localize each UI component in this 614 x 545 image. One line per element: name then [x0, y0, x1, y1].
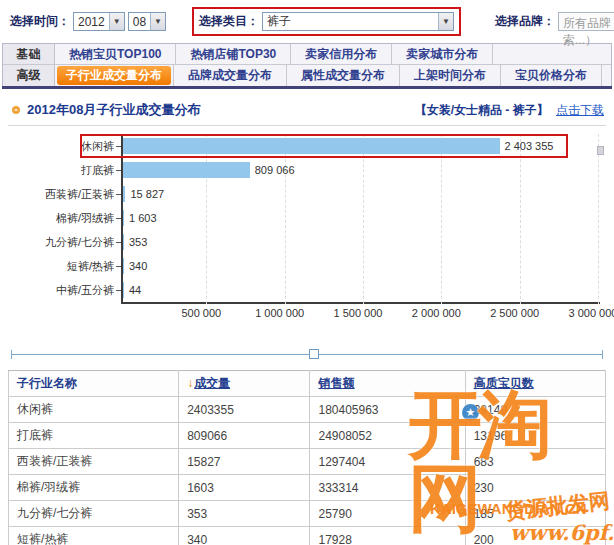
bar-plot-cell: 340	[121, 254, 606, 278]
year-select-value: 2012	[78, 15, 109, 29]
bar-value-label: 1 603	[129, 212, 157, 224]
tab-属性成交量分布[interactable]: 属性成交量分布	[287, 65, 400, 86]
tab-卖家信用分布[interactable]: 卖家信用分布	[291, 44, 392, 64]
sub-industry-table: 子行业名称 ↓成交量 销售额 高质宝贝数 休闲裤2403355180405963…	[8, 370, 606, 545]
table-cell: 17928	[310, 527, 465, 545]
bar-category-label: 西装裤/正装裤	[8, 187, 114, 202]
bar-休闲裤[interactable]	[123, 138, 500, 154]
chart-row: 短裤/热裤340	[8, 254, 606, 278]
bar-value-label: 340	[129, 260, 147, 272]
table-cell: 15827	[179, 449, 310, 475]
chart-corner-handle	[597, 146, 604, 155]
bar-打底裤[interactable]	[123, 162, 250, 178]
slider-track[interactable]	[11, 354, 603, 355]
bar-棉裤/羽绒裤[interactable]	[123, 210, 124, 226]
category-filter-highlight-box: 选择类目： 裤子 ▼	[192, 7, 461, 36]
chart-row: 休闲裤2 403 355	[8, 134, 606, 158]
table-cell: 休闲裤	[9, 397, 179, 423]
filter-bar: 选择时间： 2012 ▼ 08 ▼ 选择类目： 裤子 ▼ 选择品牌： 所有品牌（…	[0, 0, 614, 41]
table-row: 休闲裤240335518040596329149	[9, 397, 606, 423]
tab-上架时间分布[interactable]: 上架时间分布	[400, 65, 501, 86]
slider-right-cap	[602, 350, 603, 359]
chevron-down-icon[interactable]: ▼	[438, 13, 453, 30]
chevron-down-icon[interactable]: ▼	[150, 13, 165, 30]
x-tick-label: 3 000 000	[569, 307, 614, 319]
tab-热销店铺TOP30[interactable]: 热销店铺TOP30	[176, 44, 291, 64]
download-link[interactable]: 点击下载	[556, 103, 604, 117]
tab-子行业成交量分布[interactable]: 子行业成交量分布	[57, 66, 171, 85]
chart-row: 中裤/五分裤44	[8, 278, 606, 302]
report-panel: 2012年08月子行业成交量分布 【女装/女士精品 - 裤子】 点击下载 休闲裤…	[0, 89, 614, 545]
bar-category-label: 棉裤/羽绒裤	[8, 211, 114, 226]
bar-plot-cell: 1 603	[121, 206, 606, 230]
bar-value-label: 15 827	[130, 188, 164, 200]
tab-卖家城市分布[interactable]: 卖家城市分布	[392, 44, 493, 64]
table-cell: 180405963	[310, 397, 465, 423]
bullet-ring-icon	[12, 106, 20, 114]
table-row: 短裤/热裤34017928200	[9, 527, 606, 545]
slider-handle[interactable]	[309, 349, 319, 359]
table-cell: 230	[465, 475, 605, 501]
bar-category-label: 打底裤	[8, 163, 114, 178]
header-volume-sort[interactable]: ↓成交量	[179, 371, 310, 397]
tab-热销宝贝TOP100[interactable]: 热销宝贝TOP100	[55, 44, 176, 64]
year-select[interactable]: 2012 ▼	[73, 12, 125, 31]
x-axis-ticks: 500 0001 000 0001 500 0002 000 0002 500 …	[8, 304, 606, 320]
table-cell: 1603	[179, 475, 310, 501]
table-cell: 333314	[310, 475, 465, 501]
x-tick-label: 1 500 000	[334, 307, 383, 319]
table-cell: 2403355	[179, 397, 310, 423]
bar-plot-cell: 44	[121, 278, 606, 302]
table-row: 打底裤8090662490805213196	[9, 423, 606, 449]
panel-header-right: 【女装/女士精品 - 裤子】 点击下载	[415, 102, 604, 119]
chart-row: 打底裤809 066	[8, 158, 606, 182]
table-cell: 809066	[179, 423, 310, 449]
bar-plot-cell: 353	[121, 230, 606, 254]
brand-filter-label: 选择品牌：	[495, 13, 555, 30]
basic-group-label: 基础	[3, 44, 55, 64]
category-filter-label: 选择类目：	[199, 13, 259, 30]
brand-search-input[interactable]: 所有品牌（搜索...）	[558, 12, 614, 31]
bar-category-label: 九分裤/七分裤	[8, 235, 114, 250]
header-sales[interactable]: 销售额	[310, 371, 465, 397]
month-select[interactable]: 08 ▼	[128, 12, 166, 31]
bar-value-label: 44	[129, 284, 141, 296]
category-scope-label: 【女装/女士精品 - 裤子】	[415, 103, 549, 117]
table-cell: 13196	[465, 423, 605, 449]
header-quality-items[interactable]: 高质宝贝数	[465, 371, 605, 397]
bar-category-label: 中裤/五分裤	[8, 283, 114, 298]
category-select-value: 裤子	[267, 13, 438, 30]
bar-value-label: 353	[129, 236, 147, 248]
table-cell: 340	[179, 527, 310, 545]
advanced-tab-row: 高级 子行业成交量分布品牌成交量分布属性成交量分布上架时间分布宝贝价格分布	[3, 65, 611, 86]
bar-chart: 休闲裤2 403 355打底裤809 066西装裤/正装裤15 827棉裤/羽绒…	[8, 134, 606, 346]
basic-tab-row: 基础 热销宝贝TOP100热销店铺TOP30卖家信用分布卖家城市分布	[3, 44, 611, 65]
advanced-tabs: 子行业成交量分布品牌成交量分布属性成交量分布上架时间分布宝贝价格分布	[55, 65, 602, 86]
panel-header: 2012年08月子行业成交量分布 【女装/女士精品 - 裤子】 点击下载	[8, 97, 606, 126]
table-cell: 1297404	[310, 449, 465, 475]
bar-短裤/热裤[interactable]	[123, 258, 124, 274]
slider-left-cap	[11, 350, 12, 359]
table-cell: 185	[465, 501, 605, 527]
tab-品牌成交量分布[interactable]: 品牌成交量分布	[173, 65, 287, 86]
brand-filter-group: 选择品牌： 所有品牌（搜索...） ▼	[495, 12, 614, 31]
bar-category-label: 休闲裤	[8, 139, 114, 154]
table-cell: 683	[465, 449, 605, 475]
bar-中裤/五分裤[interactable]	[123, 282, 124, 298]
bar-九分裤/七分裤[interactable]	[123, 234, 124, 250]
x-tick-label: 500 000	[181, 307, 221, 319]
table-row: 西装裤/正装裤158271297404683	[9, 449, 606, 475]
chart-row: 九分裤/七分裤353	[8, 230, 606, 254]
table-cell: 24908052	[310, 423, 465, 449]
table-cell: 29149	[465, 397, 605, 423]
chevron-down-icon[interactable]: ▼	[109, 13, 124, 30]
tab-宝贝价格分布[interactable]: 宝贝价格分布	[501, 65, 602, 86]
chart-range-slider[interactable]	[11, 348, 603, 361]
month-select-value: 08	[133, 15, 150, 29]
table-cell: 西装裤/正装裤	[9, 449, 179, 475]
category-select[interactable]: 裤子 ▼	[262, 12, 454, 31]
chart-row: 西装裤/正装裤15 827	[8, 182, 606, 206]
bar-category-label: 短裤/热裤	[8, 259, 114, 274]
bar-西装裤/正装裤[interactable]	[123, 186, 125, 202]
time-filter-label: 选择时间：	[10, 13, 70, 30]
